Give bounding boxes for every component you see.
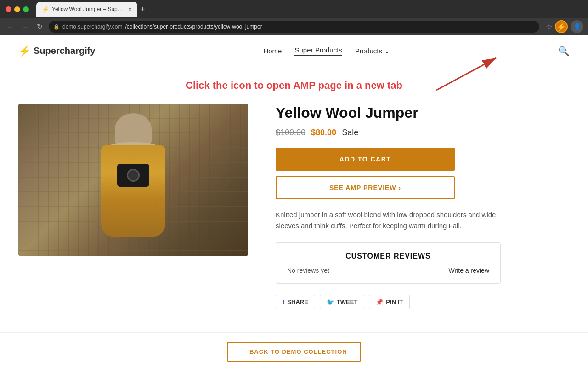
twitter-icon: 🐦: [327, 299, 334, 305]
social-share-row: f SHARE 🐦 TWEET 📌 PIN IT: [276, 295, 501, 309]
product-image: [18, 104, 248, 256]
tweet-label: TWEET: [337, 299, 358, 305]
add-to-cart-label: ADD TO CART: [339, 155, 391, 163]
back-nav-button[interactable]: ←: [5, 21, 16, 32]
add-to-cart-button[interactable]: ADD TO CART: [276, 148, 455, 171]
see-amp-label: SEE AMP PREVIEW ›: [329, 184, 401, 191]
pin-label: PIN IT: [386, 299, 403, 305]
pinterest-pin-button[interactable]: 📌 PIN IT: [369, 295, 410, 309]
main-content: Yellow Wool Jumper $100.00 $80.00 Sale A…: [0, 104, 588, 328]
share-label: SHARE: [287, 299, 308, 305]
profile-icon: 👤: [573, 23, 581, 30]
camera-lens: [127, 169, 140, 182]
new-tab-button[interactable]: +: [140, 5, 145, 14]
annotation-text: Click the icon to open AMP page in a new…: [186, 80, 402, 92]
reviews-title: CUSTOMER REVIEWS: [287, 252, 489, 260]
address-domain: demo.superchargify.com: [62, 23, 123, 30]
hat: [115, 113, 152, 145]
maximize-traffic-light[interactable]: [23, 6, 29, 12]
amp-bolt-icon: ⚡: [557, 23, 566, 31]
body-shape: [101, 145, 165, 237]
minimize-traffic-light[interactable]: [14, 6, 20, 12]
nav-products[interactable]: Products ⌄: [355, 47, 390, 55]
browser-actions: ☆ ⚡ 👤: [546, 20, 583, 33]
product-image-canvas: [18, 104, 248, 256]
site-logo[interactable]: ⚡ Superchargify: [18, 45, 95, 57]
address-bar[interactable]: 🔒 demo.superchargify.com /collections/su…: [49, 21, 539, 33]
product-title: Yellow Wool Jumper: [276, 104, 570, 121]
browser-chrome: ⚡ Yellow Wool Jumper – Supercha... × +: [0, 0, 588, 18]
reviews-row: No reviews yet Write a review: [287, 267, 489, 274]
product-description: Knitted jumper in a soft wool blend with…: [276, 209, 496, 231]
product-info-column: Yellow Wool Jumper $100.00 $80.00 Sale A…: [253, 104, 570, 309]
tab-close-icon[interactable]: ×: [128, 6, 132, 12]
nav-super-products[interactable]: Super Products: [294, 46, 342, 56]
tab-favicon-icon: ⚡: [42, 6, 49, 13]
forward-nav-button[interactable]: →: [19, 21, 30, 32]
no-reviews-text: No reviews yet: [287, 267, 329, 274]
annotation-arrow: [432, 53, 505, 95]
facebook-icon: f: [283, 299, 284, 305]
back-to-collection-button[interactable]: ← BACK TO DEMO COLLECTION: [227, 342, 361, 362]
person-figure: [87, 113, 179, 256]
reload-button[interactable]: ↻: [34, 21, 45, 32]
chevron-down-icon: ⌄: [384, 47, 390, 55]
tab-bar: ⚡ Yellow Wool Jumper – Supercha... × +: [36, 0, 582, 18]
tab-title: Yellow Wool Jumper – Supercha...: [52, 6, 125, 12]
reviews-box: CUSTOMER REVIEWS No reviews yet Write a …: [276, 242, 501, 284]
sale-badge: Sale: [342, 128, 358, 138]
original-price: $100.00: [276, 128, 305, 138]
lock-icon: 🔒: [53, 24, 60, 30]
pinterest-icon: 📌: [376, 299, 383, 305]
camera-shape: [117, 164, 149, 187]
price-row: $100.00 $80.00 Sale: [276, 128, 570, 138]
logo-bolt-icon: ⚡: [18, 45, 31, 57]
address-bar-row: ← → ↻ 🔒 demo.superchargify.com /collecti…: [0, 18, 588, 35]
nav-products-label: Products: [355, 47, 382, 55]
annotation-bar: Click the icon to open AMP page in a new…: [0, 67, 588, 104]
write-review-link[interactable]: Write a review: [449, 267, 489, 274]
bottom-bar: ← BACK TO DEMO COLLECTION: [0, 332, 588, 366]
profile-button[interactable]: 👤: [571, 20, 583, 33]
see-amp-preview-button[interactable]: SEE AMP PREVIEW ›: [276, 176, 455, 199]
logo-name: Superchargify: [34, 46, 95, 56]
sale-price: $80.00: [311, 128, 336, 138]
search-icon[interactable]: 🔍: [558, 46, 570, 57]
svg-line-1: [436, 58, 496, 90]
hat-shape: [115, 113, 152, 145]
amp-extension-button[interactable]: ⚡: [555, 20, 568, 33]
product-image-column: [18, 104, 253, 309]
bookmark-icon[interactable]: ☆: [546, 23, 552, 31]
twitter-tweet-button[interactable]: 🐦 TWEET: [320, 295, 365, 309]
nav-home[interactable]: Home: [263, 47, 282, 55]
back-label: ← BACK TO DEMO COLLECTION: [241, 348, 347, 355]
facebook-share-button[interactable]: f SHARE: [276, 295, 315, 309]
traffic-lights: [6, 6, 29, 12]
close-traffic-light[interactable]: [6, 6, 11, 12]
active-tab[interactable]: ⚡ Yellow Wool Jumper – Supercha... ×: [36, 2, 137, 17]
address-path: /collections/super-products/products/yel…: [125, 23, 262, 30]
main-nav: Home Super Products Products ⌄: [263, 46, 390, 56]
